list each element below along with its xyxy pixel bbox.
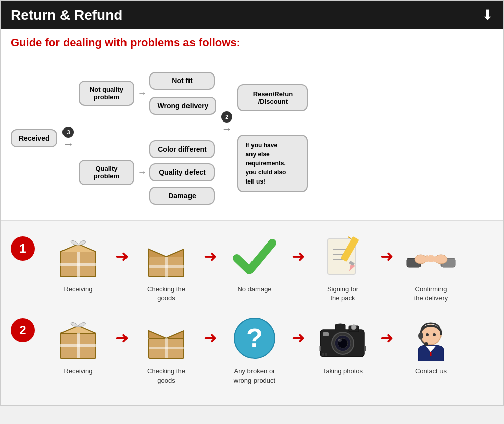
received-box: Received <box>11 129 57 147</box>
badge-3: 3 <box>62 127 74 138</box>
svg-point-45 <box>433 333 436 336</box>
not-fit-box: Not fit <box>149 72 215 90</box>
step-2-contact: Contact us <box>396 313 466 376</box>
svg-rect-41 <box>322 353 324 356</box>
outcome-requirements-box: If you haveany elserequirements,you clul… <box>237 135 308 192</box>
arrow-nq: → <box>137 88 146 99</box>
box-closed-icon <box>50 231 106 282</box>
color-different-branch: Color different <box>149 140 215 158</box>
arrow-1: → <box>62 139 74 150</box>
header-title: Return & Refund <box>11 7 122 23</box>
step-2-broken-label: Any broken orwrong product <box>234 367 275 385</box>
step-1-arrow-2: ➜ <box>204 231 217 266</box>
step-1-nodamage-label: No damage <box>237 285 271 294</box>
step-2-receiving-label: Receiving <box>64 367 92 376</box>
step-1-arrow-3: ➜ <box>292 231 305 266</box>
step-1-confirming-label: Confirmingthe delivery <box>414 285 448 303</box>
step-2-row: 2 Receiving <box>11 313 493 385</box>
header: Return & Refund ⬇ <box>1 1 503 29</box>
step-2-photos-label: Taking photos <box>323 367 363 376</box>
step-2-number: 2 <box>11 318 35 342</box>
not-fit-branch: Not fit <box>149 72 216 90</box>
step-1-checking: Checking thegoods <box>131 231 202 303</box>
step-2-arrow-4: ➜ <box>380 313 394 347</box>
wrong-delivery-branch: Wrong delivery <box>149 97 216 115</box>
step-2-checking-label: Checking thegoods <box>147 367 185 385</box>
svg-rect-5 <box>149 265 184 268</box>
question-circle-icon: ? <box>227 313 282 364</box>
quality-defect-branch: Quality defect <box>149 163 215 181</box>
outcomes: Resen/Refun /Discount If you haveany els… <box>237 84 308 192</box>
svg-point-47 <box>424 342 428 346</box>
color-different-box: Color different <box>149 140 215 158</box>
guide-subtitle: Guide for dealing with problems as follo… <box>11 36 493 49</box>
step-1-nodamage: No damage <box>219 231 290 294</box>
pencil-paper-icon <box>315 231 370 282</box>
step-1-arrow-4: ➜ <box>380 231 394 266</box>
svg-point-46 <box>418 332 423 339</box>
step-1-receiving-label: Receiving <box>64 285 92 294</box>
step-2-arrow-3: ➜ <box>292 313 305 347</box>
svg-rect-28 <box>149 347 184 349</box>
svg-text:?: ? <box>246 323 263 352</box>
step-2-broken: ? Any broken orwrong product <box>219 313 290 385</box>
step-1-number: 1 <box>11 236 35 261</box>
svg-point-38 <box>351 325 356 330</box>
step-2-arrow-1: ➜ <box>115 313 129 347</box>
outcome-refund-box: Resen/Refun /Discount <box>237 84 308 111</box>
header-arrow: ⬇ <box>482 7 493 23</box>
step-2-receiving: Receiving <box>43 313 113 376</box>
step-1-arrow-1: ➜ <box>115 231 129 266</box>
step-2-arrow-2: ➜ <box>204 313 217 347</box>
damage-branch: Damage <box>149 187 215 205</box>
main-branches: Not quality problem → Not fit Wrong deli… <box>79 72 216 205</box>
step-1-items: Receiving ➜ <box>43 231 493 303</box>
step-1-checking-label: Checking thegoods <box>147 285 185 303</box>
quality-box: Quality problem <box>79 160 134 185</box>
branch-quality: Quality problem → Color different Qualit… <box>79 140 216 205</box>
step-2-items: Receiving ➜ Checking thegoods <box>43 313 493 385</box>
svg-rect-37 <box>323 332 329 336</box>
step-2-contact-label: Contact us <box>415 367 447 376</box>
checkmark-icon <box>227 231 282 282</box>
box-closed-2-icon <box>50 313 106 364</box>
step-2-checking: Checking thegoods <box>131 313 202 385</box>
box-open-icon <box>139 231 194 282</box>
badge-2-area: 2 → <box>221 111 232 135</box>
branch-not-quality: Not quality problem → Not fit Wrong deli… <box>79 72 216 115</box>
svg-rect-42 <box>325 353 327 356</box>
step-1-row: 1 <box>11 231 493 303</box>
svg-rect-19 <box>426 255 429 262</box>
svg-rect-25 <box>60 344 96 347</box>
svg-rect-21 <box>434 256 437 262</box>
arrow-q: → <box>137 167 146 178</box>
quality-defect-box: Quality defect <box>149 163 215 181</box>
box-open-2-icon <box>139 313 194 364</box>
step-2-photos: Taking photos <box>307 313 378 376</box>
svg-rect-22 <box>431 255 434 262</box>
step-1-confirming: Confirmingthe delivery <box>396 231 466 303</box>
svg-rect-18 <box>423 256 426 262</box>
person-headset-icon <box>403 313 459 364</box>
not-quality-box: Not quality problem <box>79 81 134 106</box>
nq-sub-branches: Not fit Wrong delivery <box>149 72 216 115</box>
svg-line-13 <box>348 237 351 239</box>
damage-box: Damage <box>149 187 215 205</box>
flowchart-section: Received 3 → Not quality problem → <box>1 62 503 220</box>
q-sub-branches: Color different Quality defect Damage <box>149 140 215 205</box>
wrong-delivery-box: Wrong delivery <box>149 97 216 115</box>
step-1-signing: Signing forthe pack <box>307 231 378 303</box>
step-1-receiving: Receiving <box>43 231 113 294</box>
svg-rect-2 <box>60 263 96 266</box>
arrow-2: → <box>221 124 232 135</box>
svg-point-35 <box>338 339 342 342</box>
handshake-icon <box>403 231 459 282</box>
step-1-signing-label: Signing forthe pack <box>327 285 358 303</box>
svg-point-44 <box>426 333 429 336</box>
camera-icon <box>315 313 370 364</box>
badge-2: 2 <box>221 111 232 123</box>
steps-section: 1 <box>1 220 503 405</box>
